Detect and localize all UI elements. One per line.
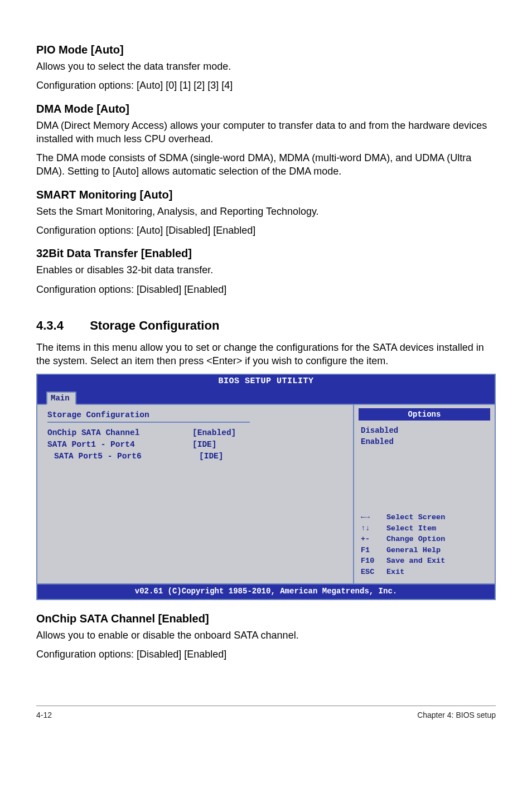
page-number: 4-12: [36, 711, 52, 719]
bios-help-keys: ←→Select Screen ↑↓Select Item +-Change O…: [361, 512, 488, 577]
pio-mode-heading: PIO Mode [Auto]: [36, 44, 496, 56]
section-number: 4.3.4: [36, 318, 86, 333]
key-desc: Select Item: [386, 523, 436, 534]
smart-desc: Sets the Smart Monitoring, Analysis, and…: [36, 205, 496, 218]
dma-mode-desc1: DMA (Direct Memory Access) allows your c…: [36, 119, 496, 146]
option-disabled[interactable]: Disabled: [361, 425, 488, 436]
32bit-opts: Configuration options: [Disabled] [Enabl…: [36, 283, 496, 296]
chapter-label: Chapter 4: BIOS setup: [417, 711, 496, 719]
bios-tab-main[interactable]: Main: [46, 392, 76, 405]
bios-tab-row: Main: [37, 390, 495, 404]
key-esc: ESC: [361, 567, 386, 578]
32bit-desc: Enables or disables 32-bit data transfer…: [36, 263, 496, 277]
pio-mode-opts: Configuration options: [Auto] [0] [1] [2…: [36, 79, 496, 92]
bios-title: BIOS SETUP UTILITY: [218, 376, 313, 386]
bios-row-port5-6[interactable]: SATA Port5 - Port6 [IDE]: [47, 451, 345, 462]
key-desc: Save and Exit: [386, 555, 445, 567]
key-desc: Exit: [386, 567, 404, 578]
key-desc: Change Option: [386, 534, 445, 545]
bios-right-panel: Options Disabled Enabled ←→Select Screen…: [353, 405, 495, 583]
dma-mode-desc2: The DMA mode consists of SDMA (single-wo…: [36, 151, 496, 178]
bios-titlebar: BIOS SETUP UTILITY: [37, 374, 495, 390]
key-desc: General Help: [386, 545, 441, 556]
32bit-heading: 32Bit Data Transfer [Enabled]: [36, 247, 496, 260]
bios-footer: v02.61 (C)Copyright 1985-2010, American …: [37, 583, 495, 599]
bios-row-value: [IDE]: [192, 439, 217, 451]
bios-row-port1-4[interactable]: SATA Port1 - Port4 [IDE]: [47, 439, 345, 451]
option-enabled[interactable]: Enabled: [361, 436, 488, 447]
key-plusminus: +-: [361, 534, 386, 545]
onchip-desc: Allows you to enable or disable the onbo…: [36, 629, 496, 642]
bios-row-value: [Enabled]: [192, 427, 236, 439]
storage-config-heading: 4.3.4 Storage Configuration: [36, 318, 496, 333]
bios-row-value: [IDE]: [199, 451, 224, 462]
storage-config-desc: The items in this menu allow you to set …: [36, 341, 496, 368]
key-arrows-ud: ↑↓: [361, 523, 386, 534]
bios-row-label: SATA Port5 - Port6: [47, 451, 199, 462]
bios-row-label: OnChip SATA Channel: [47, 427, 192, 439]
key-f1: F1: [361, 545, 386, 556]
pio-mode-desc: Allows you to select the data transfer m…: [36, 60, 496, 73]
smart-heading: SMART Monitoring [Auto]: [36, 189, 496, 201]
bios-left-panel: Storage Configuration OnChip SATA Channe…: [37, 405, 353, 583]
bios-row-onchip[interactable]: OnChip SATA Channel [Enabled]: [47, 427, 345, 439]
options-title: Options: [359, 408, 490, 421]
page-footer: 4-12 Chapter 4: BIOS setup: [36, 706, 496, 719]
dma-mode-heading: DMA Mode [Auto]: [36, 103, 496, 115]
key-f10: F10: [361, 555, 386, 567]
key-arrows-lr: ←→: [361, 512, 386, 523]
onchip-heading: OnChip SATA Channel [Enabled]: [36, 612, 496, 625]
bios-panel-title: Storage Configuration: [47, 410, 250, 423]
bios-row-label: SATA Port1 - Port4: [47, 439, 192, 451]
smart-opts: Configuration options: [Auto] [Disabled]…: [36, 224, 496, 237]
onchip-opts: Configuration options: [Disabled] [Enabl…: [36, 648, 496, 661]
key-desc: Select Screen: [386, 512, 445, 523]
bios-window: BIOS SETUP UTILITY Main Storage Configur…: [36, 374, 496, 600]
section-title: Storage Configuration: [90, 318, 219, 332]
